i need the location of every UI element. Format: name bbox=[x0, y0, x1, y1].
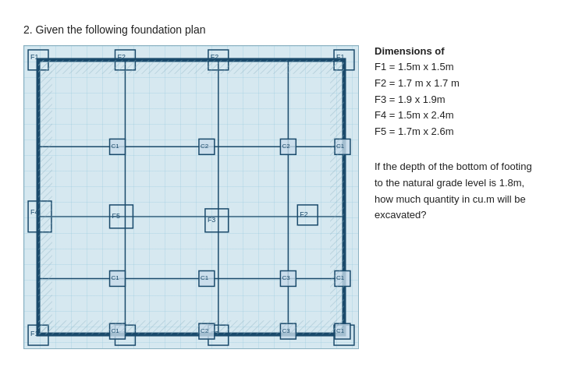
svg-rect-55 bbox=[38, 60, 344, 74]
dimensions-title: Dimensions of bbox=[375, 45, 538, 57]
foundation-plan-svg: F1 F2 F2 F1 C1 C2 C2 bbox=[24, 46, 358, 348]
svg-text:F4: F4 bbox=[30, 208, 38, 216]
svg-text:F2: F2 bbox=[300, 210, 307, 218]
svg-rect-56 bbox=[38, 320, 344, 334]
dim-f2: F2 = 1.7 m x 1.7 m bbox=[375, 76, 538, 92]
svg-text:F3: F3 bbox=[208, 216, 215, 224]
svg-rect-58 bbox=[330, 60, 344, 334]
svg-text:F1: F1 bbox=[30, 53, 38, 61]
dim-f3: F3 = 1.9 x 1.9m bbox=[375, 92, 538, 108]
svg-text:C1: C1 bbox=[112, 274, 120, 281]
dim-f4: F4 = 1.5m x 2.4m bbox=[375, 108, 538, 124]
svg-text:C3: C3 bbox=[282, 274, 290, 281]
info-panel: Dimensions of F1 = 1.5m x 1.5m F2 = 1.7 … bbox=[375, 45, 538, 224]
svg-text:F1: F1 bbox=[30, 330, 38, 337]
svg-text:C2: C2 bbox=[282, 143, 290, 150]
svg-text:F2: F2 bbox=[211, 53, 218, 61]
svg-text:F1: F1 bbox=[336, 53, 344, 61]
svg-rect-0 bbox=[38, 60, 344, 334]
page: 2. Given the following foundation plan bbox=[0, 0, 561, 392]
svg-text:F2: F2 bbox=[117, 53, 125, 61]
svg-text:F5: F5 bbox=[112, 212, 120, 220]
svg-text:C1: C1 bbox=[112, 143, 120, 150]
svg-rect-57 bbox=[38, 60, 52, 334]
depth-question: If the depth of the bottom of footing to… bbox=[375, 159, 538, 224]
question-label: 2. Given the following foundation plan bbox=[23, 23, 538, 36]
svg-text:C1: C1 bbox=[201, 274, 209, 281]
svg-text:C2: C2 bbox=[201, 143, 209, 150]
question-number: 2. bbox=[23, 23, 33, 36]
dim-f5: F5 = 1.7m x 2.6m bbox=[375, 124, 538, 140]
dimensions-section: Dimensions of F1 = 1.5m x 1.5m F2 = 1.7 … bbox=[375, 45, 538, 140]
content-row: F1 F2 F2 F1 C1 C2 C2 bbox=[23, 45, 538, 349]
blueprint-container: F1 F2 F2 F1 C1 C2 C2 bbox=[23, 45, 359, 349]
dim-f1: F1 = 1.5m x 1.5m bbox=[375, 59, 538, 76]
question-text-label: Given the following foundation plan bbox=[36, 23, 206, 36]
